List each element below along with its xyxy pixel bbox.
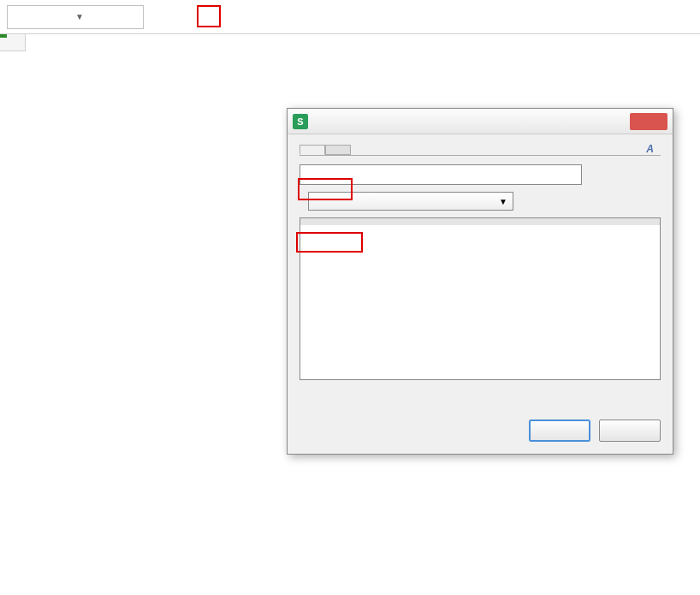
confirm-formula-button[interactable]: [176, 7, 197, 27]
formula-bar-controls: [154, 7, 219, 27]
category-row: ▼: [300, 192, 661, 211]
category-select[interactable]: ▼: [308, 192, 513, 211]
ai-formula-link[interactable]: A: [646, 143, 661, 155]
chevron-down-icon: ▼: [75, 12, 136, 21]
function-listbox[interactable]: [300, 217, 661, 380]
column-headers: [0, 34, 700, 51]
tab-all-functions[interactable]: [300, 145, 325, 155]
dialog-tabs: A: [300, 143, 661, 156]
cancel-formula-button[interactable]: [154, 7, 175, 27]
dialog-buttons: [300, 413, 661, 445]
close-button[interactable]: [630, 113, 667, 130]
chevron-down-icon: ▼: [499, 197, 507, 206]
cancel-button[interactable]: [599, 419, 661, 442]
function-list-row: [300, 217, 661, 380]
select-all-corner[interactable]: [0, 34, 26, 51]
ok-button[interactable]: [529, 419, 590, 442]
name-box[interactable]: ▼: [7, 5, 144, 29]
formula-bar: ▼: [0, 0, 700, 34]
fx-button[interactable]: [199, 7, 219, 27]
app-icon: S: [293, 114, 308, 129]
function-description: [300, 389, 661, 402]
insert-function-dialog: S A ▼: [287, 108, 673, 455]
ai-icon: A: [646, 143, 654, 155]
search-input[interactable]: [300, 164, 582, 185]
list-item[interactable]: [300, 218, 660, 225]
dialog-body: A ▼: [288, 134, 673, 454]
tab-common-formulas[interactable]: [325, 145, 351, 155]
dialog-titlebar[interactable]: S: [288, 109, 673, 134]
search-field-row: [300, 164, 661, 185]
